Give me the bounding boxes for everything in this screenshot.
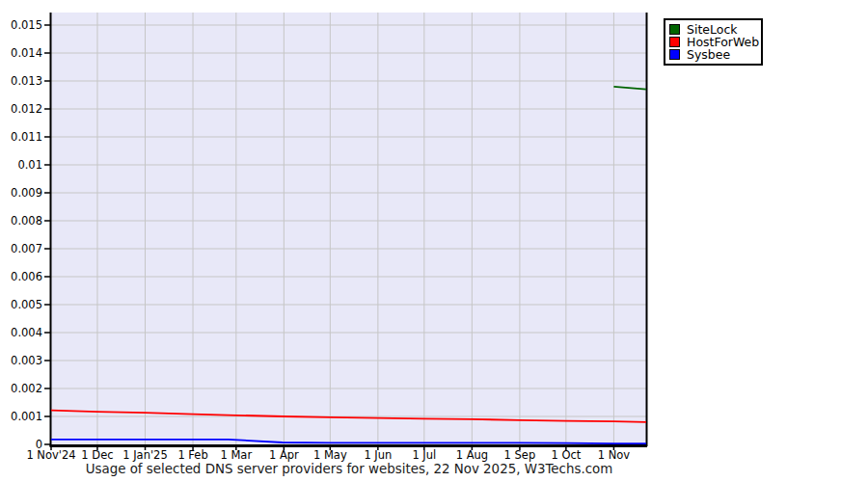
y-axis-label: 0.011 (0, 130, 42, 144)
plot-background (51, 13, 647, 446)
y-axis-label: 0.015 (0, 18, 42, 32)
chart-canvas: 00.0010.0020.0030.0040.0050.0060.0070.00… (0, 0, 868, 482)
plot-area (0, 0, 868, 482)
y-axis-label: 0.009 (0, 186, 42, 200)
y-axis-label: 0.014 (0, 46, 42, 60)
y-axis-label: 0.01 (0, 158, 42, 172)
legend-label: Sysbee (687, 48, 730, 61)
y-axis-label: 0.005 (0, 298, 42, 311)
y-axis-label: 0.013 (0, 74, 42, 88)
y-axis-label: 0.004 (0, 326, 42, 339)
y-axis-label: 0.001 (0, 410, 42, 423)
chart-title: Usage of selected DNS server providers f… (51, 462, 647, 476)
y-axis-label: 0.006 (0, 270, 42, 283)
y-axis-label: 0.007 (0, 242, 42, 255)
legend-swatch-icon (669, 24, 680, 35)
legend-swatch-icon (669, 49, 680, 60)
legend-swatch-icon (669, 37, 680, 47)
y-axis-label: 0.002 (0, 382, 42, 395)
x-axis-label: 1 Nov (573, 448, 654, 462)
legend-item-sysbee: Sysbee (669, 48, 758, 61)
y-axis-label: 0.008 (0, 214, 42, 228)
y-axis-label: 0.012 (0, 102, 42, 116)
legend: SiteLockHostForWebSysbee (664, 18, 763, 66)
y-axis-label: 0.003 (0, 354, 42, 367)
